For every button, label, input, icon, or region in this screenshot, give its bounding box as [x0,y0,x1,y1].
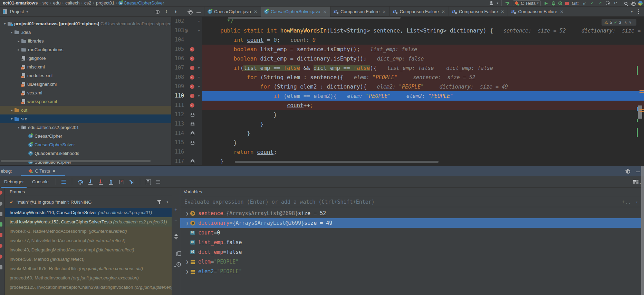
breadcrumb-item[interactable]: src [42,0,48,6]
editor-line[interactable]: 113 } [172,119,644,129]
project-view-selector[interactable]: Project [10,9,24,14]
more-options-icon[interactable] [638,9,639,14]
fold-icon[interactable]: ▿ [196,63,202,73]
cropped-toolbar-icon[interactable] [0,202,2,206]
tree-item[interactable]: ▾src [0,114,172,123]
editor-line[interactable]: 112 } [172,110,644,119]
frame-row[interactable]: invoke:43, DelegatingMethodAccessorImpl … [5,245,172,255]
frame-row[interactable]: invokeMethod:675, ReflectionUtils (org.j… [5,264,172,273]
run-button[interactable]: ▶ [544,1,549,6]
trace-settings-icon[interactable] [156,179,161,185]
cropped-toolbar-icon[interactable] [0,244,2,248]
editor-tab[interactable]: Comparison Failure✕ [330,7,390,17]
chevron-down-icon[interactable]: ▾ [166,200,168,204]
breadcrumb-item[interactable]: caltech [65,0,79,6]
evaluate-expression-icon[interactable] [145,179,151,185]
tree-item[interactable]: <>workspace.xml [0,97,172,106]
variable-row[interactable]: list_emp = false [180,238,641,247]
search-icon[interactable] [624,2,627,5]
chevron-down-icon[interactable]: ▾ [9,117,15,121]
git-push-icon[interactable]: ↗ [598,1,603,6]
close-icon[interactable]: ✕ [52,168,56,174]
threads-view-icon[interactable] [61,179,67,185]
inspections-widget[interactable]: ⚠5✓3∧∨ [602,19,636,26]
breakpoint-icon[interactable] [190,84,194,89]
rollback-icon[interactable]: ↶ [613,1,618,6]
watch-strip-slot[interactable] [173,240,179,245]
frame-row[interactable]: invoke:568, Method (java.lang.reflect) [5,255,172,264]
remove-watch-icon[interactable]: − [174,218,177,223]
editor-line[interactable]: 114 } [172,129,644,138]
tree-item[interactable]: <>vcs.xml [0,89,172,97]
tree-item[interactable]: CaesarCipherSolver [0,140,172,149]
locate-file-icon[interactable] [156,10,160,14]
close-icon[interactable]: ✕ [323,9,327,14]
tab-console[interactable]: Console [28,176,53,188]
scroll-up-icon[interactable] [174,229,178,236]
editor-line[interactable]: 103@▿public static int howManyWordsIn(Li… [172,26,644,35]
breakpoint-icon[interactable] [190,47,194,52]
expand-all-icon[interactable]: ⇕ [164,9,169,14]
editor-line[interactable]: 109▿ for (String elem2 : dictionary){ele… [172,82,644,91]
fold-icon[interactable]: ▿ [196,82,202,91]
error-stripe[interactable] [636,17,644,165]
editor-line[interactable]: 106 boolean dict_emp = dictionary.isEmpt… [172,54,644,63]
fold-icon[interactable]: ▿ [196,17,202,26]
breadcrumb-item[interactable]: edu [53,0,61,6]
add-watch-icon[interactable]: + [174,206,177,212]
close-icon[interactable]: ✕ [382,9,386,14]
breakpoint-icon[interactable] [190,75,194,80]
breadcrumb-item[interactable]: cs2 [84,0,91,6]
tree-item[interactable]: <>uiDesigner.xml [0,80,172,89]
run-to-cursor-icon[interactable] [129,179,135,185]
scroll-down-icon[interactable] [174,237,178,245]
restore-layout-icon[interactable]: ▾ [633,180,638,184]
cropped-toolbar-icon[interactable] [0,265,2,269]
tab-debugger[interactable]: Debugger [0,176,28,188]
vertical-scrollbar[interactable] [641,166,644,295]
frame-row[interactable]: howManyWordsIn:110, CaesarCipherSolver (… [5,208,172,217]
build-hammer-icon[interactable] [505,1,510,6]
tree-item[interactable]: QuadGramLikelihoods [0,149,172,158]
step-into-icon[interactable] [88,179,93,185]
user-icon[interactable] [489,1,494,6]
watch-strip-slot[interactable] [173,229,179,234]
editor-line[interactable]: 104 int count = 0;count: 0 [172,35,644,45]
editor-line[interactable]: 107▿ if(list_emp == false && dict_emp ==… [172,63,644,73]
chevron-down-icon[interactable]: ▾ [16,126,21,129]
fold-icon[interactable]: ▿ [196,91,202,101]
frame-row[interactable]: intercept:126, TimeoutExtension (org.jun… [5,292,172,295]
horizontal-scrollbar[interactable] [235,161,439,163]
breakpoint-icon[interactable] [190,56,194,61]
frame-row[interactable]: proceed:60, MethodInvocation (org.junit.… [5,273,172,283]
editor-line[interactable]: 116 return count; [172,147,644,157]
editor-tab[interactable]: Comparison Failure✕ [449,7,508,17]
cropped-toolbar-icon[interactable] [0,191,2,195]
step-over-icon[interactable] [77,179,83,185]
chevron-down-icon[interactable]: ▾ [2,22,8,26]
expand-chevron-icon[interactable]: ❯ [184,212,190,215]
chevron-right-icon[interactable]: ▸ [16,39,21,43]
chevron-down-icon[interactable]: ▾ [9,30,15,34]
collapse-all-icon[interactable]: ⇟ [173,9,178,14]
frame-row[interactable]: testHowManyWords:152, CaesarCipherSolver… [5,217,172,227]
run-configuration-selector[interactable]: C Tests▾ [513,0,541,6]
gear-icon[interactable] [625,169,629,173]
history-icon[interactable] [606,1,610,5]
tree-item[interactable]: ▸runConfigurations [0,45,172,54]
fold-icon[interactable]: ▿ [196,26,202,35]
tree-item[interactable]: <>misc.xml [0,63,172,71]
gear-icon[interactable] [188,9,192,14]
step-out-icon[interactable] [108,179,114,185]
watch-strip-slot[interactable]: + [173,207,179,212]
evaluate-expression-bar[interactable]: Evaluate expression (Enter) or add a wat… [180,197,644,207]
ide-features-icon[interactable] [638,1,643,6]
variable-row[interactable]: count = 0 [180,228,641,238]
debug-button[interactable] [552,1,555,6]
add-watch-icon[interactable]: +.. [622,199,631,205]
editor-tab[interactable]: CaesarCipher.java✕ [204,7,261,17]
variable-row[interactable]: ❯elem2 = "PEOPLE" [180,267,641,276]
editor-tab[interactable]: Comparison Failure✕ [390,7,449,17]
watch-strip-slot[interactable] [173,251,179,257]
close-icon[interactable]: ✕ [501,9,504,14]
